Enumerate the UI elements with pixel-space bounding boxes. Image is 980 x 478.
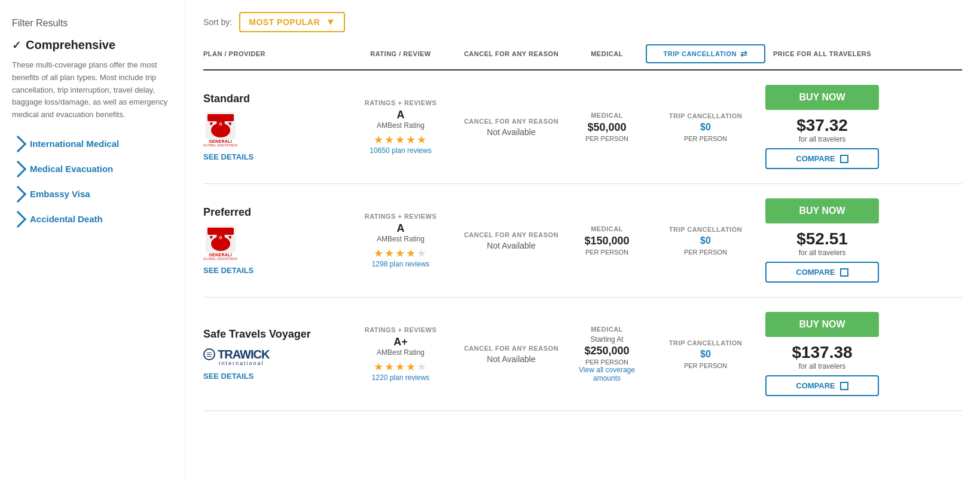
reviews-link-1[interactable]: 1298 plan reviews — [347, 260, 454, 268]
comprehensive-heading: ✓ Comprehensive — [12, 38, 173, 52]
price-amount-0: $37.32 — [765, 116, 879, 135]
main-content: Sort by: MOST POPULAR ▼ PLAN / PROVIDER … — [185, 0, 980, 478]
price-amount-2: $137.38 — [765, 343, 879, 362]
compare-checkbox-1 — [840, 268, 848, 277]
chevron-right-icon — [10, 211, 26, 228]
medical-sublabel-2: MEDICAL — [568, 326, 646, 333]
trip-cancel-label-0: TRIP CANCELLATION — [646, 112, 765, 120]
plan-info-col-0: Standard G GENERALI GLOBAL ASSISTANCE SE… — [203, 93, 347, 161]
generali-logo: G GENERALI GLOBAL ASSISTANCE — [203, 112, 237, 147]
medical-per-person-2: PER PERSON — [568, 358, 646, 366]
trawick-intl-text: International — [219, 360, 264, 366]
plan-row: Safe Travels Voyager TRAWICK Internation… — [203, 298, 962, 411]
compare-button-0[interactable]: COMPARE — [765, 148, 879, 169]
view-coverage-link-2[interactable]: View all coverage amounts — [568, 366, 646, 382]
col-trip-cancellation[interactable]: TRIP CANCELLATION ⇄ — [646, 44, 765, 63]
star-full-icon: ★ — [384, 133, 395, 146]
sort-dropdown[interactable]: MOST POPULAR ▼ — [239, 12, 345, 32]
sidebar-item-label: Medical Evacuation — [30, 164, 113, 174]
trip-cancel-section-0: TRIP CANCELLATION $0 PER PERSON — [646, 112, 765, 142]
star-full-icon: ★ — [395, 360, 406, 373]
ambest-grade-1: A — [347, 222, 454, 235]
sort-label: Sort by: — [203, 17, 232, 27]
sidebar-item-label: Embassy Visa — [30, 189, 90, 199]
starting-at-label-2: Starting At — [568, 335, 646, 344]
ambest-label-2: AMBest Rating — [347, 348, 454, 357]
trip-per-person-0: PER PERSON — [646, 135, 765, 142]
generali-emblem-icon: G — [206, 112, 236, 139]
compare-checkbox-2 — [840, 382, 848, 390]
cancel-value-1: Not Available — [454, 241, 568, 250]
reviews-link-2[interactable]: 1220 plan reviews — [347, 373, 454, 382]
sidebar-item-international-medical[interactable]: International Medical — [12, 138, 173, 150]
trip-per-person-1: PER PERSON — [646, 249, 765, 256]
buy-now-button-2[interactable]: BUY NOW — [765, 312, 879, 337]
dropdown-arrow-icon: ▼ — [326, 17, 335, 27]
compare-button-1[interactable]: COMPARE — [765, 262, 879, 283]
sidebar-item-medical-evacuation[interactable]: Medical Evacuation — [12, 163, 173, 175]
ambest-label-1: AMBest Rating — [347, 235, 454, 243]
medical-per-person-0: PER PERSON — [568, 135, 646, 142]
sort-value: MOST POPULAR — [249, 17, 320, 27]
star-full-icon: ★ — [395, 247, 406, 260]
provider-logo-0: G GENERALI GLOBAL ASSISTANCE — [203, 112, 341, 147]
compare-label-0: COMPARE — [796, 154, 835, 163]
provider-logo-1: G GENERALI GLOBAL ASSISTANCE — [203, 226, 341, 261]
generali-emblem-icon: G — [206, 226, 236, 253]
medical-section-0: MEDICAL $50,000 PER PERSON — [568, 112, 646, 142]
cancel-section-1: CANCEL FOR ANY REASON Not Available — [454, 231, 568, 250]
see-details-link-0[interactable]: SEE DETAILS — [203, 152, 254, 161]
star-full-icon: ★ — [406, 247, 417, 260]
rating-section-1: RATINGS + REVIEWS A AMBest Rating ★★★★★ … — [347, 213, 454, 268]
medical-per-person-1: PER PERSON — [568, 249, 646, 256]
cancel-value-2: Not Available — [454, 354, 568, 364]
trip-cancel-label-1: TRIP CANCELLATION — [646, 226, 765, 233]
for-all-travelers-1: for all travelers — [765, 249, 879, 257]
compare-label-1: COMPARE — [796, 268, 835, 277]
medical-sublabel-0: MEDICAL — [568, 112, 646, 119]
check-icon: ✓ — [12, 39, 21, 52]
trip-cancel-label-2: TRIP CANCELLATION — [646, 339, 765, 347]
plan-row: Standard G GENERALI GLOBAL ASSISTANCE SE… — [203, 71, 962, 184]
sort-bar: Sort by: MOST POPULAR ▼ — [203, 12, 962, 32]
medical-amount-0: $50,000 — [568, 121, 646, 134]
cancel-section-0: CANCEL FOR ANY REASON Not Available — [454, 118, 568, 137]
trip-cancel-amount-2: $0 — [646, 349, 765, 360]
plan-row: Preferred G GENERALI GLOBAL ASSISTANCE S… — [203, 184, 962, 298]
see-details-link-1[interactable]: SEE DETAILS — [203, 266, 254, 275]
trip-per-person-2: PER PERSON — [646, 362, 765, 369]
stars-1: ★★★★★ — [347, 247, 454, 260]
medical-amount-2: $250,000 — [568, 345, 646, 357]
buy-now-button-1[interactable]: BUY NOW — [765, 198, 879, 223]
cancel-label-0: CANCEL FOR ANY REASON — [454, 118, 568, 125]
buy-now-button-0[interactable]: BUY NOW — [765, 85, 879, 110]
rating-label-1: RATINGS + REVIEWS — [347, 213, 454, 220]
filter-results-label: Filter Results — [12, 18, 173, 29]
reviews-link-0[interactable]: 10650 plan reviews — [347, 146, 454, 155]
rating-section-0: RATINGS + REVIEWS A AMBest Rating ★★★★★ … — [347, 99, 454, 155]
trip-cancellation-label: TRIP CANCELLATION — [664, 50, 737, 57]
star-half-icon: ★ — [417, 133, 428, 146]
star-empty-icon: ★ — [417, 360, 428, 373]
sidebar-item-accidental-death[interactable]: Accidental Death — [12, 213, 173, 225]
star-full-icon: ★ — [374, 247, 384, 260]
compare-checkbox-0 — [840, 155, 848, 163]
sidebar-item-embassy-visa[interactable]: Embassy Visa — [12, 188, 173, 200]
plan-name-1: Preferred — [203, 206, 341, 219]
medical-section-1: MEDICAL $150,000 PER PERSON — [568, 225, 646, 256]
provider-logo-2: TRAWICK International — [203, 348, 341, 366]
trip-cancel-amount-0: $0 — [646, 122, 765, 133]
compare-button-2[interactable]: COMPARE — [765, 375, 879, 396]
plan-info-col-2: Safe Travels Voyager TRAWICK Internation… — [203, 328, 347, 381]
col-cancel-any-reason: CANCEL FOR ANY REASON — [454, 44, 568, 63]
chevron-right-icon — [10, 186, 26, 203]
star-full-icon: ★ — [395, 133, 406, 146]
col-medical: MEDICAL — [568, 44, 646, 63]
comprehensive-description: These multi-coverage plans offer the mos… — [12, 59, 173, 121]
see-details-link-2[interactable]: SEE DETAILS — [203, 372, 254, 381]
rating-section-2: RATINGS + REVIEWS A+ AMBest Rating ★★★★★… — [347, 326, 454, 382]
star-empty-icon: ★ — [417, 247, 428, 260]
cancel-value-0: Not Available — [454, 127, 568, 137]
star-full-icon: ★ — [406, 360, 417, 373]
svg-text:G: G — [219, 235, 222, 240]
